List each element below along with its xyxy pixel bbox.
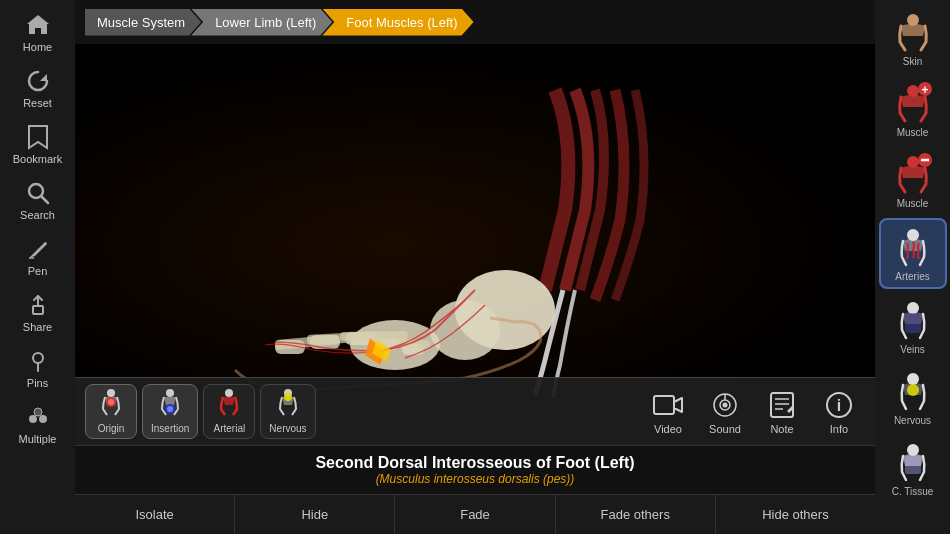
veins-label: Veins: [900, 344, 924, 355]
right-item-veins[interactable]: Veins: [879, 293, 947, 360]
right-item-ctissue[interactable]: C. Tissue: [879, 435, 947, 502]
bookmark-icon: [24, 123, 52, 151]
svg-rect-56: [905, 456, 921, 474]
sidebar-label-multiple: Multiple: [19, 433, 57, 445]
arterial-button[interactable]: Arterial: [203, 384, 255, 439]
bottom-toolbar: Origin Insertion: [75, 377, 875, 445]
note-label: Note: [770, 423, 793, 435]
sidebar-label-home: Home: [23, 41, 52, 53]
svg-point-28: [225, 389, 233, 397]
note-icon: [766, 389, 798, 421]
skin-label: Skin: [903, 56, 922, 67]
insertion-button[interactable]: Insertion: [142, 384, 198, 439]
muscle-remove-label: Muscle: [897, 198, 929, 209]
reset-icon: [24, 67, 52, 95]
breadcrumb: Muscle System Lower Limb (Left) Foot Mus…: [75, 0, 875, 44]
arteries-label: Arteries: [895, 271, 929, 282]
share-icon: [24, 291, 52, 319]
right-item-arteries[interactable]: Arteries: [879, 218, 947, 289]
svg-point-11: [430, 300, 500, 360]
svg-point-5: [33, 353, 43, 363]
nervous-icon: [272, 389, 304, 421]
nervous-system-label: Nervous: [894, 415, 931, 426]
sidebar-item-home[interactable]: Home: [3, 5, 73, 59]
skin-icon: [891, 10, 935, 54]
nervous-label: Nervous: [269, 423, 306, 434]
multiple-icon: [24, 403, 52, 431]
fade-others-button[interactable]: Fade others: [556, 495, 716, 534]
sidebar-item-bookmark[interactable]: Bookmark: [3, 117, 73, 171]
svg-rect-31: [654, 396, 674, 414]
hide-button[interactable]: Hide: [235, 495, 395, 534]
sidebar-label-search: Search: [20, 209, 55, 221]
breadcrumb-foot-muscles[interactable]: Foot Muscles (Left): [322, 9, 473, 36]
sound-button[interactable]: Sound: [699, 385, 751, 439]
muscle-remove-icon: [891, 152, 935, 196]
svg-point-30: [284, 393, 292, 401]
right-item-skin[interactable]: Skin: [879, 5, 947, 72]
sound-label: Sound: [709, 423, 741, 435]
left-sidebar: Home Reset Bookmark Search: [0, 0, 75, 534]
svg-text:i: i: [837, 397, 841, 414]
svg-rect-52: [905, 313, 921, 333]
svg-point-36: [723, 402, 728, 407]
origin-icon: [95, 389, 127, 421]
ctissue-label: C. Tissue: [892, 486, 934, 497]
svg-rect-37: [771, 393, 793, 417]
arterial-label: Arterial: [214, 423, 246, 434]
sidebar-item-pen[interactable]: Pen: [3, 229, 73, 283]
origin-button[interactable]: Origin: [85, 384, 137, 439]
info-button[interactable]: i Info: [813, 385, 865, 439]
right-item-muscle-add[interactable]: + Muscle: [879, 76, 947, 143]
sidebar-item-reset[interactable]: Reset: [3, 61, 73, 115]
right-item-nervous[interactable]: Nervous: [879, 364, 947, 431]
note-button[interactable]: Note: [756, 385, 808, 439]
fade-button[interactable]: Fade: [395, 495, 555, 534]
svg-point-7: [29, 415, 37, 423]
pen-icon: [24, 235, 52, 263]
search-icon: [24, 179, 52, 207]
action-bar: Isolate Hide Fade Fade others Hide other…: [75, 494, 875, 534]
nervous-button[interactable]: Nervous: [260, 384, 315, 439]
svg-rect-4: [33, 306, 43, 314]
sidebar-item-pins[interactable]: Pins: [3, 341, 73, 395]
nervous-system-icon: [891, 369, 935, 413]
muscle-add-icon: +: [891, 81, 935, 125]
svg-point-24: [108, 399, 114, 405]
breadcrumb-lower-limb[interactable]: Lower Limb (Left): [191, 9, 332, 36]
anatomy-subtitle: (Musculus interosseus dorsalis (pes)): [85, 472, 865, 486]
sidebar-label-reset: Reset: [23, 97, 52, 109]
view-area[interactable]: Origin Insertion: [75, 44, 875, 445]
svg-point-25: [166, 389, 174, 397]
sidebar-label-pins: Pins: [27, 377, 48, 389]
svg-point-22: [107, 389, 115, 397]
svg-marker-32: [674, 398, 682, 412]
right-tools: Video Sound: [642, 385, 865, 439]
breadcrumb-muscle-system[interactable]: Muscle System: [85, 9, 201, 36]
video-button[interactable]: Video: [642, 385, 694, 439]
muscle-add-label: Muscle: [897, 127, 929, 138]
sidebar-label-pen: Pen: [28, 265, 48, 277]
video-icon: [652, 389, 684, 421]
svg-marker-0: [40, 74, 47, 81]
home-icon: [24, 11, 52, 39]
svg-point-54: [907, 384, 919, 396]
sidebar-item-multiple[interactable]: Multiple: [3, 397, 73, 451]
info-bar: Second Dorsal Interosseous of Foot (Left…: [75, 445, 875, 494]
anatomy-title: Second Dorsal Interosseous of Foot (Left…: [85, 454, 865, 472]
right-item-muscle-remove[interactable]: Muscle: [879, 147, 947, 214]
insertion-label: Insertion: [151, 423, 189, 434]
veins-icon: [891, 298, 935, 342]
sidebar-item-share[interactable]: Share: [3, 285, 73, 339]
hide-others-button[interactable]: Hide others: [716, 495, 875, 534]
arteries-icon: [891, 225, 935, 269]
isolate-button[interactable]: Isolate: [75, 495, 235, 534]
sidebar-label-share: Share: [23, 321, 52, 333]
anatomy-svg: [75, 90, 875, 400]
right-sidebar: Skin + Muscle Mus: [875, 0, 950, 534]
svg-text:+: +: [921, 83, 928, 97]
video-label: Video: [654, 423, 682, 435]
sidebar-item-search[interactable]: Search: [3, 173, 73, 227]
ctissue-icon: [891, 440, 935, 484]
arterial-icon: [213, 389, 245, 421]
